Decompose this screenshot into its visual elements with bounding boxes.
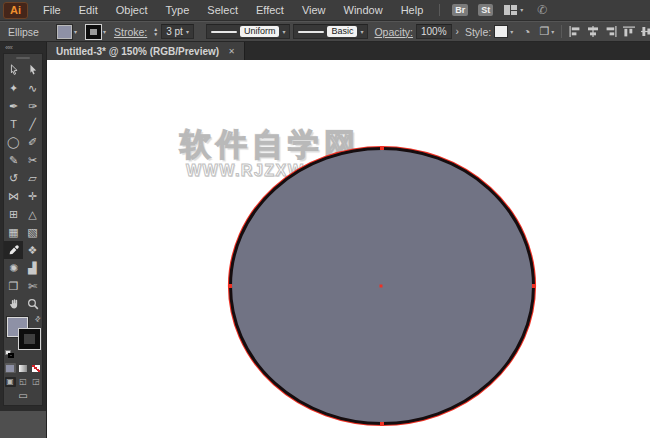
tools-panel: ✦∿✒✑T╱◯✐✎✂↺▱⋈✛⊞△▦▧❖✺▟❐✄ ⇄ ▣ ◱: [3, 53, 43, 406]
stock-button[interactable]: St: [478, 4, 493, 16]
stepper-down-icon[interactable]: ▼: [153, 32, 158, 36]
draw-inside-button[interactable]: ◲: [31, 377, 42, 387]
width-profile-select[interactable]: Uniform ▾: [206, 24, 291, 39]
selection-tool[interactable]: [4, 61, 23, 79]
free-transform-tool[interactable]: ▱: [23, 169, 42, 187]
align-vertical-center-button[interactable]: [641, 26, 650, 37]
color-button[interactable]: [5, 363, 16, 373]
swap-fill-stroke-icon[interactable]: ⇄: [33, 314, 43, 324]
bridge-button[interactable]: Br: [452, 4, 468, 16]
menu-bar: Ai FileEditObjectTypeSelectEffectViewWin…: [0, 0, 650, 21]
fill-swatch[interactable]: [57, 25, 72, 39]
width-tool[interactable]: ⋈: [4, 187, 23, 205]
chevron-down-icon: ▾: [520, 7, 523, 13]
control-bar: Ellipse ▾ ▾ Stroke: ▲ ▼ 3 pt ▾ Uniform ▾…: [0, 21, 650, 42]
style-swatch[interactable]: [494, 25, 508, 38]
align-horizontal-right-button[interactable]: [605, 26, 618, 37]
align-horizontal-center-button[interactable]: [587, 26, 600, 37]
recolor-artwork-icon[interactable]: ◔: [523, 25, 530, 39]
opacity-field[interactable]: 100%: [416, 24, 452, 39]
menu-item-type[interactable]: Type: [157, 0, 199, 20]
paint-mode-row: [4, 361, 42, 375]
default-fill-stroke-icon[interactable]: [5, 350, 15, 359]
ellipse-shape[interactable]: [47, 60, 650, 438]
pen-tool[interactable]: ✒: [4, 97, 23, 115]
draw-normal-button[interactable]: ▣: [5, 377, 16, 387]
workspace-icon: [504, 5, 517, 15]
zoom-tool[interactable]: [23, 295, 42, 313]
stroke-color-control[interactable]: ▾: [86, 25, 106, 39]
line-segment-tool[interactable]: ╱: [23, 115, 42, 133]
curvature-tool[interactable]: ✑: [23, 97, 42, 115]
chevron-down-icon: ▾: [74, 29, 77, 35]
slice-tool[interactable]: ✄: [23, 277, 42, 295]
direct-selection-tool[interactable]: [23, 61, 42, 79]
hand-tool[interactable]: [4, 295, 23, 313]
brush-definition-value: Basic: [327, 26, 357, 37]
column-graph-tool[interactable]: ▟: [23, 259, 42, 277]
draw-behind-button[interactable]: ◱: [18, 377, 29, 387]
menu-item-object[interactable]: Object: [107, 0, 157, 20]
menu-item-select[interactable]: Select: [198, 0, 247, 20]
close-icon[interactable]: ✕: [228, 47, 235, 56]
puppet-warp-tool[interactable]: ✛: [23, 187, 42, 205]
tools-panel-wrap: «« ✦∿✒✑T╱◯✐✎✂↺▱⋈✛⊞△▦▧❖✺▟❐✄ ⇄: [0, 42, 46, 411]
pencil-tool[interactable]: ✎: [4, 151, 23, 169]
fill-color-control[interactable]: ▾: [57, 25, 77, 39]
menu-item-help[interactable]: Help: [392, 0, 433, 20]
lasso-tool[interactable]: ∿: [23, 79, 42, 97]
panel-grip[interactable]: [4, 54, 42, 61]
isolate-object-control[interactable]: ❐ ▾: [539, 25, 554, 38]
shape-builder-tool[interactable]: ⊞: [4, 205, 23, 223]
perspective-grid-tool[interactable]: △: [23, 205, 42, 223]
main-area: «« ✦∿✒✑T╱◯✐✎✂↺▱⋈✛⊞△▦▧❖✺▟❐✄ ⇄: [0, 42, 650, 438]
none-button[interactable]: [31, 363, 42, 373]
paintbrush-tool[interactable]: ✐: [23, 133, 42, 151]
menu-item-effect[interactable]: Effect: [247, 0, 293, 20]
stroke-panel-link[interactable]: Stroke:: [114, 26, 147, 38]
chevron-down-icon: ▾: [510, 29, 513, 35]
width-profile-value: Uniform: [240, 26, 280, 37]
menu-items: FileEditObjectTypeSelectEffectViewWindow…: [34, 0, 432, 20]
style-swatch-control[interactable]: ▾: [494, 25, 513, 38]
opacity-link[interactable]: Opacity:: [374, 26, 413, 38]
document-tab[interactable]: Untitled-3* @ 150% (RGB/Preview) ✕: [47, 42, 245, 60]
blend-tool[interactable]: ❖: [23, 241, 42, 259]
artboard-tool[interactable]: ❐: [4, 277, 23, 295]
screen-mode-button[interactable]: ▭: [4, 389, 42, 405]
menubar-separator: [439, 4, 440, 16]
eyedropper-tool[interactable]: [4, 241, 23, 259]
mesh-tool[interactable]: ▦: [4, 223, 23, 241]
align-buttons: [569, 26, 650, 37]
touch-workspace-icon[interactable]: ✆: [537, 3, 547, 17]
symbol-sprayer-tool[interactable]: ✺: [4, 259, 23, 277]
gradient-button[interactable]: [18, 363, 29, 373]
menu-item-edit[interactable]: Edit: [70, 0, 107, 20]
collapse-panel-button[interactable]: ««: [3, 44, 43, 53]
opacity-expand-icon[interactable]: ›: [456, 26, 459, 37]
chevron-down-icon: ▾: [360, 29, 363, 35]
ellipse-tool[interactable]: ◯: [4, 133, 23, 151]
stroke-weight-select[interactable]: 3 pt ▾: [161, 24, 194, 39]
align-horizontal-left-button[interactable]: [569, 26, 582, 37]
workspace-switcher[interactable]: ▾: [504, 5, 523, 15]
stroke-swatch[interactable]: [86, 25, 101, 39]
stroke-weight-stepper[interactable]: ▲ ▼: [153, 27, 158, 36]
menu-item-file[interactable]: File: [34, 0, 70, 20]
rotate-tool[interactable]: ↺: [4, 169, 23, 187]
artboard-canvas[interactable]: 软件自学网 WWW.RJZXW.COM: [47, 60, 650, 438]
scissors-tool[interactable]: ✂: [23, 151, 42, 169]
stroke-color-box[interactable]: [19, 329, 40, 349]
type-tool[interactable]: T: [4, 115, 23, 133]
menu-item-window[interactable]: Window: [335, 0, 392, 20]
align-vertical-top-button[interactable]: [623, 26, 636, 37]
menu-item-view[interactable]: View: [293, 0, 335, 20]
chevron-down-icon: ▾: [186, 29, 189, 35]
magic-wand-tool[interactable]: ✦: [4, 79, 23, 97]
draw-mode-row: ▣ ◱ ◲: [4, 375, 42, 389]
chevron-down-icon: ▾: [282, 29, 285, 35]
gradient-tool[interactable]: ▧: [23, 223, 42, 241]
chevron-down-icon: ▾: [551, 29, 554, 35]
document-tab-title: Untitled-3* @ 150% (RGB/Preview): [56, 46, 219, 57]
brush-definition-select[interactable]: Basic ▾: [293, 24, 368, 39]
